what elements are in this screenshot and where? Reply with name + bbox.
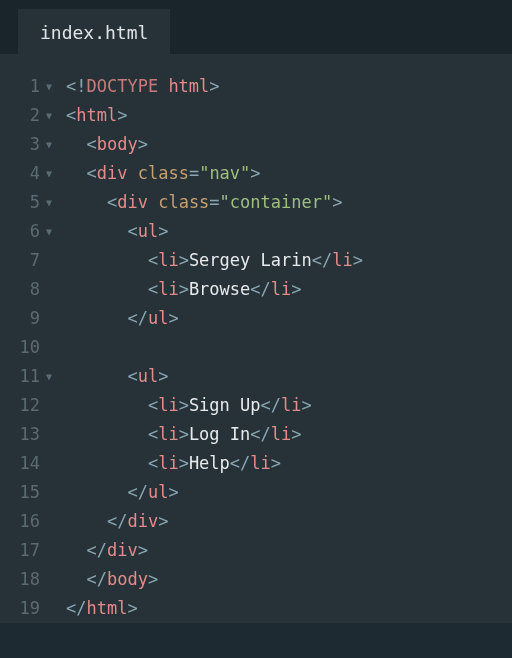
code-line[interactable]: <li>Browse</li> [66,275,512,304]
code-line[interactable]: <li>Sergey Larin</li> [66,246,512,275]
line-number: 4▼ [0,159,40,188]
code-line[interactable]: <li>Sign Up</li> [66,391,512,420]
editor[interactable]: 1▼2▼3▼4▼5▼6▼7891011▼1213141516171819 <!D… [0,54,512,623]
line-number: 16 [0,507,40,536]
code-line[interactable]: <li>Log In</li> [66,420,512,449]
code-line[interactable]: </ul> [66,478,512,507]
line-number: 10 [0,333,40,362]
code-line[interactable]: <li>Help</li> [66,449,512,478]
tab-bar: index.html [0,0,512,54]
fold-icon[interactable]: ▼ [46,159,52,188]
line-number: 15 [0,478,40,507]
line-number: 12 [0,391,40,420]
line-number: 13 [0,420,40,449]
tab-active[interactable]: index.html [18,9,170,55]
line-number: 9 [0,304,40,333]
line-number: 2▼ [0,101,40,130]
line-number: 11▼ [0,362,40,391]
line-number: 7 [0,246,40,275]
fold-icon[interactable]: ▼ [46,130,52,159]
code-area[interactable]: <!DOCTYPE html><html> <body> <div class=… [48,72,512,623]
tab-filename: index.html [40,22,148,43]
line-number: 14 [0,449,40,478]
code-line[interactable]: <ul> [66,362,512,391]
code-line[interactable]: <div class="container"> [66,188,512,217]
code-line[interactable]: </body> [66,565,512,594]
code-line[interactable]: <div class="nav"> [66,159,512,188]
code-line[interactable]: <ul> [66,217,512,246]
fold-icon[interactable]: ▼ [46,362,52,391]
line-number: 17 [0,536,40,565]
fold-icon[interactable]: ▼ [46,188,52,217]
code-line[interactable]: </html> [66,594,512,623]
code-line[interactable]: </div> [66,536,512,565]
code-line[interactable]: <html> [66,101,512,130]
line-number: 8 [0,275,40,304]
line-number-gutter: 1▼2▼3▼4▼5▼6▼7891011▼1213141516171819 [0,72,48,623]
line-number: 19 [0,594,40,623]
code-line[interactable] [66,333,512,362]
line-number: 6▼ [0,217,40,246]
line-number: 5▼ [0,188,40,217]
line-number: 18 [0,565,40,594]
fold-icon[interactable]: ▼ [46,72,52,101]
code-line[interactable]: <!DOCTYPE html> [66,72,512,101]
fold-icon[interactable]: ▼ [46,217,52,246]
code-line[interactable]: </ul> [66,304,512,333]
code-line[interactable]: <body> [66,130,512,159]
code-line[interactable]: </div> [66,507,512,536]
fold-icon[interactable]: ▼ [46,101,52,130]
line-number: 1▼ [0,72,40,101]
line-number: 3▼ [0,130,40,159]
